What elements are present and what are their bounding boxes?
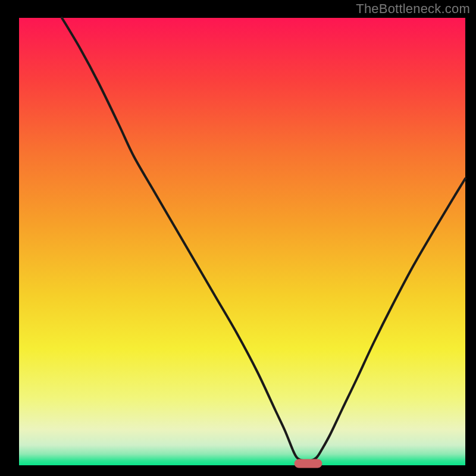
optimal-marker [295,459,322,468]
watermark-text: TheBottleneck.com [356,1,470,17]
chart-container: TheBottleneck.com [0,0,476,476]
plot-gradient-area [19,18,465,465]
bottleneck-chart [0,0,476,476]
